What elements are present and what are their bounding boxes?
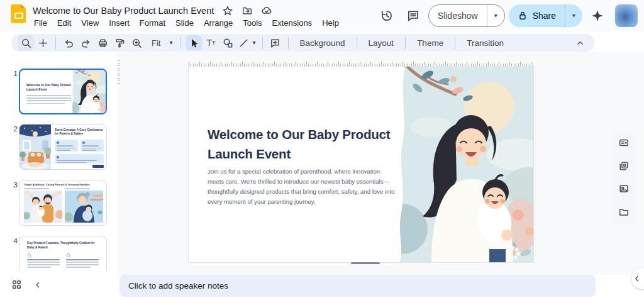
paint-format-button[interactable]	[111, 35, 128, 50]
thumb4-text-lines	[66, 259, 99, 268]
insert-comment-button[interactable]	[267, 35, 284, 50]
image-panel-icon[interactable]	[614, 179, 633, 198]
print-button[interactable]	[94, 35, 111, 50]
card-panel-icon[interactable]	[614, 133, 633, 152]
current-slide[interactable]: Welcome to Our Baby Product Launch Event…	[189, 67, 533, 262]
comments-button[interactable]	[402, 4, 425, 27]
zoom-fit-select[interactable]: Fit ▾	[145, 35, 176, 50]
star-icon[interactable]	[222, 5, 233, 16]
thumbnail-slide-2[interactable]: Event Concept: A Cozy Celebration for Pa…	[19, 124, 107, 170]
menu-file[interactable]: File	[29, 17, 52, 29]
divider	[262, 37, 263, 49]
thumbnail-slide-4[interactable]: Key Product Features: Thoughtfully Craft…	[19, 236, 107, 270]
toolbar: Fit ▾ TT ▾ Background Layout Theme Trans…	[11, 34, 594, 52]
divider	[405, 37, 406, 49]
menu-insert[interactable]: Insert	[104, 17, 135, 29]
menu-extensions[interactable]: Extensions	[267, 17, 318, 29]
horizontal-ruler-ticks	[189, 64, 533, 66]
show-side-panel-button[interactable]	[631, 268, 644, 289]
menu-bar: File Edit View Insert Format Slide Arran…	[29, 17, 344, 29]
thumb1-illustration	[71, 70, 106, 114]
copies-panel-icon[interactable]	[614, 157, 633, 175]
slideshow-split-button: Slideshow ▾	[428, 4, 505, 27]
menu-format[interactable]: Format	[135, 17, 170, 29]
thumb2-card	[80, 140, 104, 152]
thumb3-family-illustration	[24, 191, 62, 223]
version-history-button[interactable]	[375, 4, 398, 27]
menu-arrange[interactable]: Arrange	[199, 17, 238, 29]
slideshow-button[interactable]: Slideshow	[429, 5, 487, 26]
line-tool-button[interactable]: ▾	[236, 35, 257, 50]
thumb-number: 1	[9, 70, 18, 77]
background-button[interactable]: Background	[293, 35, 352, 50]
thumbnail-slide-1[interactable]: Welcome to Our Baby Product Launch Event	[19, 69, 107, 114]
collapse-filmstrip-button[interactable]	[33, 280, 42, 292]
share-dropdown-button[interactable]: ▾	[565, 4, 582, 27]
thumb4-title: Key Product Features: Thoughtfully Craft…	[27, 241, 101, 250]
thumb4-feature-icon	[66, 253, 70, 257]
chevron-down-icon: ▾	[169, 40, 172, 46]
redo-button[interactable]	[77, 35, 94, 50]
doc-title[interactable]: Welcome to Our Baby Product Launch Event	[33, 6, 214, 16]
search-menus-button[interactable]	[18, 35, 34, 50]
menu-edit[interactable]: Edit	[52, 17, 76, 29]
divider	[455, 37, 455, 49]
new-slide-button[interactable]	[35, 35, 51, 50]
avatar[interactable]	[615, 4, 638, 27]
shape-tool-button[interactable]	[219, 35, 236, 50]
filmstrip: 1 Welcome to Our Baby Product Launch Eve…	[0, 54, 117, 277]
slideshow-dropdown-button[interactable]: ▾	[487, 5, 504, 26]
zoom-button[interactable]	[128, 35, 145, 50]
thumb-number: 2	[9, 125, 18, 133]
thumb2-card	[55, 140, 78, 152]
theme-button[interactable]: Theme	[410, 35, 450, 50]
cloud-status-icon[interactable]	[261, 5, 272, 16]
thumb3-title: Target Audience: Caring Parents & Growin…	[24, 183, 103, 187]
undo-button[interactable]	[60, 35, 77, 50]
speaker-notes-placeholder: Click to add speaker notes	[128, 281, 228, 291]
divider	[55, 37, 56, 49]
menu-help[interactable]: Help	[317, 17, 344, 29]
google-slides-app: Welcome to Our Baby Product Launch Event…	[0, 0, 644, 305]
vertical-ruler	[118, 60, 120, 84]
thumb2-title: Event Concept: A Cozy Celebration for Pa…	[55, 128, 104, 136]
thumb-number: 3	[9, 181, 18, 189]
grid-view-button[interactable]	[11, 279, 22, 292]
thumb3-grandmother-illustration	[65, 191, 103, 223]
select-tool-button[interactable]	[186, 35, 202, 50]
text-box-tool-button[interactable]: TT	[203, 35, 219, 50]
share-button[interactable]: Share	[509, 4, 565, 27]
speaker-notes-box[interactable]: Click to add speaker notes	[119, 275, 596, 297]
menu-slide[interactable]: Slide	[170, 17, 199, 29]
slides-logo[interactable]	[11, 4, 27, 26]
menu-view[interactable]: View	[76, 17, 104, 29]
layout-button[interactable]: Layout	[362, 35, 401, 50]
thumb2-illustration	[19, 125, 51, 170]
transition-button[interactable]: Transition	[460, 35, 511, 50]
thumb2-card	[55, 154, 104, 164]
thumb-number: 4	[9, 237, 18, 245]
divider	[288, 37, 289, 49]
thumb4-text-lines	[27, 259, 60, 268]
thumb4-feature-icon	[27, 253, 31, 257]
share-split-button: Share ▾	[509, 4, 582, 27]
divider	[357, 37, 357, 49]
chevron-down-icon: ▾	[572, 13, 575, 19]
hide-menus-button[interactable]	[572, 35, 588, 50]
slide-body[interactable]: Join us for a special celebration of par…	[208, 167, 396, 207]
gemini-sparkle-icon[interactable]	[586, 4, 609, 27]
menu-tools[interactable]: Tools	[238, 17, 267, 29]
horizontal-scrollbar[interactable]	[351, 262, 380, 264]
slide-title[interactable]: Welcome to Our Baby Product Launch Event	[208, 125, 416, 164]
divider	[180, 37, 181, 49]
thumb2-button	[92, 165, 104, 168]
chevron-down-icon: ▾	[252, 40, 255, 46]
thumbnail-slide-3[interactable]: Target Audience: Caring Parents & Growin…	[19, 180, 107, 226]
slide-illustration-mother-baby[interactable]	[395, 67, 533, 262]
side-panel	[610, 130, 638, 225]
lock-icon	[518, 11, 528, 21]
folder-panel-icon[interactable]	[614, 202, 633, 221]
move-folder-icon[interactable]	[242, 5, 253, 16]
app-header: Welcome to Our Baby Product Launch Event…	[0, 0, 644, 31]
chevron-down-icon: ▾	[494, 13, 497, 19]
